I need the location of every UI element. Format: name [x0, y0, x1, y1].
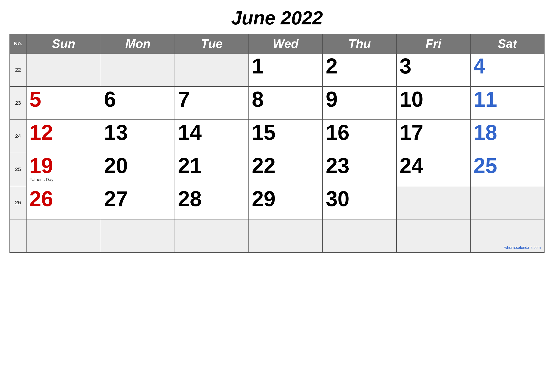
day-cell [175, 53, 249, 86]
day-number: 29 [252, 188, 319, 210]
day-cell [396, 186, 470, 219]
header-wed: Wed [249, 34, 323, 53]
header-thu: Thu [323, 34, 396, 53]
day-number: 13 [104, 122, 172, 143]
day-number: 19 [29, 155, 98, 176]
day-number: 25 [473, 155, 541, 176]
day-number: 28 [178, 188, 246, 210]
day-cell [175, 219, 249, 252]
day-cell: 8 [249, 86, 323, 120]
day-cell: 21 [175, 153, 249, 186]
day-cell: 13 [101, 120, 175, 153]
watermark: wheniscalendars.com [502, 245, 543, 251]
day-number: 1 [252, 56, 319, 77]
day-cell: wheniscalendars.com [470, 219, 544, 252]
day-number: 6 [104, 89, 172, 110]
header-row: No. Sun Mon Tue Wed Thu Fri Sat [10, 34, 544, 53]
day-number: 8 [252, 89, 319, 110]
day-number: 18 [473, 122, 541, 143]
day-cell [396, 219, 470, 252]
day-cell: 18 [470, 120, 544, 153]
day-cell: 26 [26, 186, 101, 219]
day-number: 26 [29, 188, 98, 210]
day-cell: 17 [396, 120, 470, 153]
day-cell: 2 [323, 53, 396, 86]
day-number: 12 [29, 122, 98, 143]
day-cell: 25 [470, 153, 544, 186]
day-number: 11 [473, 89, 541, 110]
day-cell: 19Father's Day [26, 153, 101, 186]
day-number: 16 [326, 122, 393, 143]
day-cell: 28 [175, 186, 249, 219]
day-cell: 11 [470, 86, 544, 120]
day-cell: 16 [323, 120, 396, 153]
week-number-3: 24 [10, 120, 26, 153]
day-number: 24 [400, 155, 467, 176]
page-title: June 2022 [231, 7, 323, 29]
day-cell [26, 219, 101, 252]
week-number-2: 23 [10, 86, 26, 120]
day-cell [26, 53, 101, 86]
day-number: 30 [326, 188, 393, 210]
day-cell: 9 [323, 86, 396, 120]
day-cell: 4 [470, 53, 544, 86]
day-cell: 12 [26, 120, 101, 153]
day-cell [470, 186, 544, 219]
day-number: 14 [178, 122, 246, 143]
header-no: No. [10, 34, 26, 53]
day-cell: 20 [101, 153, 175, 186]
header-mon: Mon [101, 34, 175, 53]
day-number: 3 [400, 56, 467, 77]
day-cell [249, 219, 323, 252]
day-number: 5 [29, 89, 98, 110]
week-number-1: 22 [10, 53, 26, 86]
day-number: 23 [326, 155, 393, 176]
day-cell: 27 [101, 186, 175, 219]
day-cell: 23 [323, 153, 396, 186]
calendar-table: No. Sun Mon Tue Wed Thu Fri Sat 22123423… [9, 34, 545, 253]
header-sat: Sat [470, 34, 544, 53]
header-fri: Fri [396, 34, 470, 53]
day-cell: 5 [26, 86, 101, 120]
week-number-4: 25 [10, 153, 26, 186]
day-cell: 14 [175, 120, 249, 153]
calendar-body: 2212342356789101124121314151617182519Fat… [10, 53, 544, 252]
day-number: 9 [326, 89, 393, 110]
day-cell [323, 219, 396, 252]
day-cell: 7 [175, 86, 249, 120]
day-cell: 29 [249, 186, 323, 219]
week-number-5: 26 [10, 186, 26, 219]
day-cell [101, 53, 175, 86]
day-cell: 3 [396, 53, 470, 86]
day-cell: 15 [249, 120, 323, 153]
day-number: 4 [473, 56, 541, 77]
day-number: 20 [104, 155, 172, 176]
day-number: 17 [400, 122, 467, 143]
day-cell: 10 [396, 86, 470, 120]
day-number: 15 [252, 122, 319, 143]
day-cell: 30 [323, 186, 396, 219]
day-cell: 1 [249, 53, 323, 86]
day-number: 27 [104, 188, 172, 210]
day-number: 2 [326, 56, 393, 77]
day-cell: 22 [249, 153, 323, 186]
day-cell: 6 [101, 86, 175, 120]
week-number-6 [10, 219, 26, 252]
day-cell: 24 [396, 153, 470, 186]
header-tue: Tue [175, 34, 249, 53]
holiday-label: Father's Day [29, 177, 98, 182]
day-number: 22 [252, 155, 319, 176]
day-number: 10 [400, 89, 467, 110]
day-number: 21 [178, 155, 246, 176]
day-cell [101, 219, 175, 252]
header-sun: Sun [26, 34, 101, 53]
day-number: 7 [178, 89, 246, 110]
